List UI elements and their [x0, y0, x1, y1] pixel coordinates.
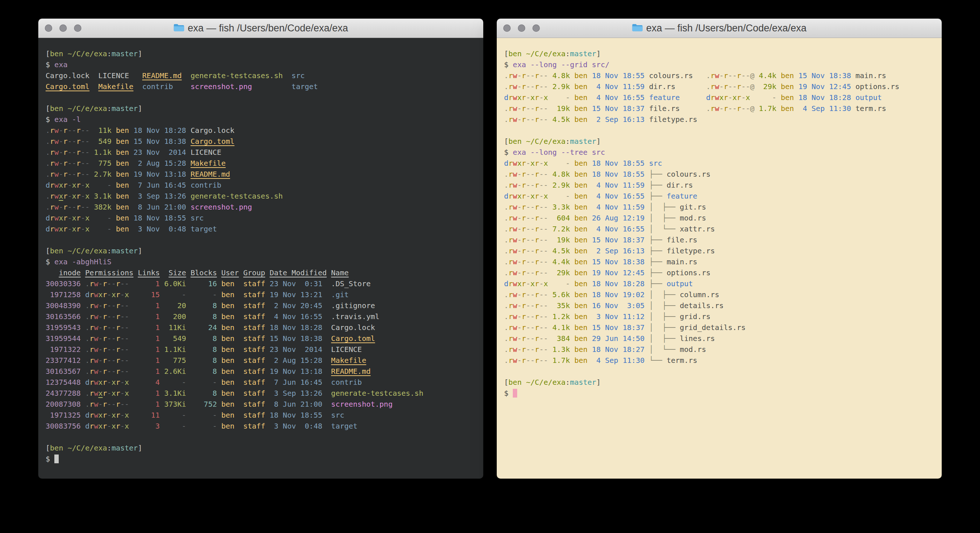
- perm-char: -: [67, 148, 72, 156]
- close-button[interactable]: [45, 24, 52, 32]
- terminal-body-light[interactable]: [ben ~/C/e/exa:master]$ exa --long --gri…: [497, 38, 942, 479]
- perm-char: -: [120, 290, 125, 299]
- perm-char: .: [504, 312, 508, 321]
- text-segment: [548, 290, 552, 299]
- minimize-button[interactable]: [518, 24, 525, 32]
- text-segment: [: [504, 49, 508, 58]
- text-segment: [265, 389, 269, 397]
- perm-char: r: [522, 235, 526, 244]
- perm-char: -: [99, 334, 103, 343]
- text-segment: [160, 411, 164, 420]
- traffic-lights: [503, 24, 540, 32]
- perm-char: r: [89, 301, 94, 310]
- perm-char: r: [508, 159, 513, 168]
- zoom-button[interactable]: [533, 24, 540, 32]
- terminal-line: [ben ~/C/e/exa:master]: [46, 245, 476, 256]
- text-segment: exa -abghHliS: [54, 257, 111, 266]
- perm-char: -: [81, 159, 85, 168]
- terminal-line: .rw-r--r-- 29k ben 19 Nov 12:45 ├── opti…: [504, 267, 934, 278]
- text-segment: 8: [190, 389, 216, 397]
- text-segment: contrib: [190, 181, 221, 190]
- text-segment: [89, 170, 94, 179]
- text-segment: [570, 93, 574, 102]
- perm-char: d: [504, 279, 508, 288]
- titlebar[interactable]: exa — fish /Users/ben/Code/exa/exa: [497, 19, 942, 38]
- perm-char: -: [120, 400, 125, 409]
- perm-char: -: [543, 334, 548, 343]
- perm-char: -: [539, 279, 543, 288]
- titlebar[interactable]: exa — fish /Users/ben/Code/exa/exa: [38, 19, 483, 38]
- terminal-line: .rw-r--r-- 5.6k ben 18 Nov 19:02 │ ├── c…: [504, 289, 934, 300]
- perm-char: r: [89, 279, 94, 288]
- text-segment: ├──: [649, 235, 667, 244]
- text-segment: ├──: [649, 268, 667, 277]
- perm-char: -: [107, 400, 111, 409]
- zoom-button[interactable]: [74, 24, 81, 32]
- perm-char: x: [125, 378, 129, 386]
- minimize-button[interactable]: [59, 24, 67, 32]
- text-segment: 30048390: [46, 301, 81, 310]
- perm-char: -: [526, 82, 530, 91]
- text-segment: [173, 82, 190, 91]
- perm-char: -: [728, 104, 732, 113]
- text-segment: │ └──: [649, 225, 679, 233]
- title-area: exa — fish /Users/ben/Code/exa/exa: [632, 22, 807, 34]
- text-segment: [644, 104, 649, 113]
- text-segment: 12375448: [46, 378, 81, 386]
- text-segment: 16: [190, 279, 216, 288]
- perm-char: -: [517, 323, 522, 332]
- text-segment: ben: [50, 104, 63, 113]
- perm-char: .: [706, 82, 711, 91]
- perm-char: r: [535, 71, 539, 80]
- text-segment: [548, 181, 552, 190]
- perm-char: .: [46, 148, 50, 156]
- text-segment: [587, 323, 592, 332]
- perm-char: w: [54, 191, 59, 200]
- perm-char: -: [59, 137, 63, 146]
- perm-char: x: [517, 279, 522, 288]
- perm-char: d: [85, 411, 89, 420]
- text-segment: [63, 49, 67, 58]
- text-segment: [522, 49, 526, 58]
- perm-char: r: [737, 71, 741, 80]
- text-segment: staff: [243, 301, 265, 310]
- text-segment: [: [504, 378, 508, 386]
- perm-char: w: [513, 279, 517, 288]
- perm-char: -: [539, 225, 543, 233]
- text-segment: [160, 356, 164, 365]
- text-segment: [644, 235, 649, 244]
- text-segment: [129, 356, 138, 365]
- terminal-line: [ben ~/C/e/exa:master]: [46, 48, 476, 59]
- text-segment: 26 Aug 12:19: [592, 214, 645, 222]
- terminal-line: [ben ~/C/e/exa:master]: [46, 103, 476, 114]
- text-segment: [217, 422, 221, 431]
- text-segment: mod.rs: [680, 214, 706, 222]
- perm-char: .: [504, 334, 508, 343]
- text-segment: [570, 159, 574, 168]
- text-segment: ben: [116, 126, 129, 135]
- text-segment: [81, 279, 85, 288]
- perm-char: w: [513, 191, 517, 200]
- perm-char: x: [59, 191, 63, 200]
- perm-char: -: [111, 323, 116, 332]
- text-segment: │ └──: [649, 345, 679, 354]
- text-segment: [234, 323, 243, 332]
- perm-char: r: [522, 279, 526, 288]
- terminal-body-dark[interactable]: [ben ~/C/e/exa:master]$ exaCargo.lock LI…: [38, 38, 483, 479]
- text-segment: [160, 290, 164, 299]
- terminal-line: [ben ~/C/e/exa:master]: [46, 442, 476, 453]
- perm-char: -: [99, 345, 103, 354]
- close-button[interactable]: [503, 24, 511, 32]
- text-segment: [587, 301, 592, 310]
- perm-char: w: [715, 71, 719, 80]
- text-segment: [186, 389, 190, 397]
- text-segment: [570, 345, 574, 354]
- perm-char: r: [508, 334, 513, 343]
- text-segment: [186, 137, 190, 146]
- text-segment: [160, 422, 164, 431]
- text-segment: [587, 71, 592, 80]
- text-segment: [160, 312, 164, 321]
- text-segment: -: [552, 159, 570, 168]
- text-segment: ben: [574, 104, 587, 113]
- text-segment: [755, 104, 759, 113]
